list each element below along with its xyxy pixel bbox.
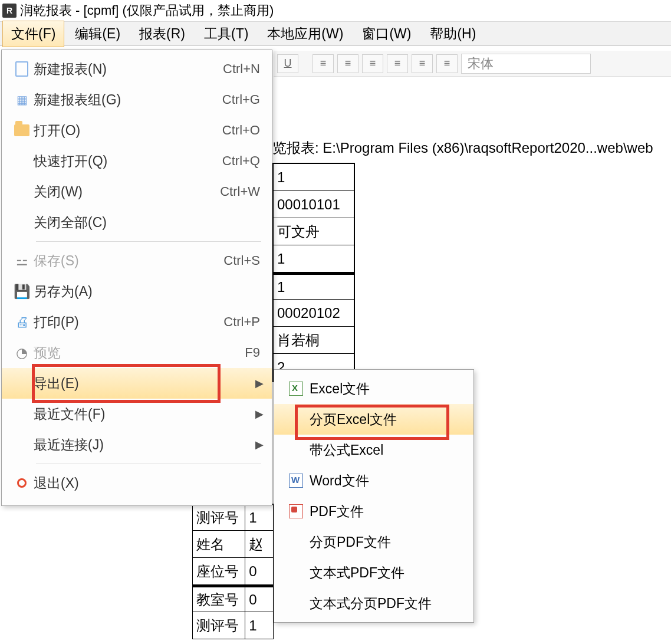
menuitem-close[interactable]: 关闭(W)Ctrl+W [2, 176, 272, 207]
menuitem-label: 预览 [34, 344, 245, 362]
submenu-arrow-icon: ▶ [255, 408, 264, 420]
menuitem-label: 退出(X) [34, 474, 264, 492]
menu-tool[interactable]: 工具(T) [196, 21, 256, 47]
row: 教室号0 [192, 585, 274, 612]
row: 测评号1 [192, 504, 274, 531]
menuitem-recentf[interactable]: 最近文件(F)▶ [2, 399, 272, 429]
menuitem-qopen[interactable]: 快速打开(Q)Ctrl+Q [2, 146, 272, 176]
excel-icon [282, 382, 310, 396]
menuitem-label: 快速打开(Q) [34, 152, 222, 170]
group-icon: ▦ [10, 93, 34, 107]
format-toolbar: U ≡ ≡ ≡ ≡ ≡ ≡ 宋体 [274, 51, 671, 77]
font-select[interactable]: 宋体 [461, 54, 591, 74]
submenuitem-fexcel[interactable]: 带公式Excel [274, 435, 473, 465]
submenuitem-pdf[interactable]: PDF文件 [274, 496, 473, 527]
chart-icon: ⚍ [10, 253, 34, 269]
shortcut: Ctrl+W [220, 184, 264, 199]
submenuitem-label: 文本式分页PDF文件 [310, 594, 432, 613]
row: 座位号0 [192, 558, 274, 585]
menuitem-saveas[interactable]: 💾另存为(A) [2, 276, 272, 307]
menuitem-export[interactable]: 导出(E)▶ [2, 368, 272, 399]
menuitem-label: 打印(P) [34, 313, 223, 331]
cell: 00010101 [274, 191, 354, 218]
cell: 1 [274, 245, 354, 272]
window-title: 润乾报表 - [cpmf] (仅限产品试用，禁止商用) [20, 2, 274, 19]
menu-local[interactable]: 本地应用(W) [259, 21, 351, 47]
cell-value: 0 [245, 558, 273, 584]
menuitem-preview: ◔预览F9 [2, 337, 272, 368]
align-right-button[interactable]: ≡ [362, 54, 383, 73]
cell: 1 [274, 272, 354, 300]
menuitem-label: 保存(S) [34, 252, 223, 270]
menuitem-newgroup[interactable]: ▦新建报表组(G)Ctrl+G [2, 84, 272, 115]
submenuitem-word[interactable]: Word文件 [274, 465, 473, 496]
menuitem-exit[interactable]: 退出(X) [2, 468, 272, 498]
newfile-icon [10, 61, 34, 77]
underline-button[interactable]: U [277, 54, 298, 73]
cell: 1 [274, 164, 354, 191]
align-bottom-button[interactable]: ≡ [436, 54, 458, 73]
menuitem-label: 新建报表组(G) [34, 91, 222, 109]
menu-file[interactable]: 文件(F) [2, 21, 64, 47]
submenuitem-label: Word文件 [310, 472, 369, 490]
pdf-icon [282, 504, 310, 518]
submenuitem-excel[interactable]: Excel文件 [274, 373, 473, 404]
shortcut: Ctrl+Q [222, 153, 264, 169]
menu-report[interactable]: 报表(R) [131, 21, 193, 47]
submenuitem-label: 带公式Excel [310, 441, 383, 459]
align-middle-button[interactable]: ≡ [412, 54, 433, 73]
menuitem-label: 新建报表(N) [34, 60, 223, 78]
exit-icon [10, 478, 34, 488]
preview-table-lower: 测评号1姓名赵座位号0教室号0测评号1 [192, 504, 274, 639]
cell-label: 教室号 [193, 587, 245, 612]
cell-label: 测评号 [193, 612, 245, 639]
preview-path: 览报表: E:\Program Files (x86)\raqsoftRepor… [272, 139, 653, 157]
menuitem-new[interactable]: 新建报表(N)Ctrl+N [2, 54, 272, 84]
submenu-arrow-icon: ▶ [255, 438, 264, 451]
shortcut: Ctrl+S [223, 253, 264, 268]
cell-value: 1 [245, 612, 273, 639]
menuitem-label: 最近文件(F) [34, 405, 255, 423]
align-top-button[interactable]: ≡ [387, 54, 408, 73]
submenuitem-label: 分页Excel文件 [310, 410, 397, 429]
menuitem-label: 另存为(A) [34, 282, 264, 301]
menu-help[interactable]: 帮助(H) [422, 21, 484, 47]
saveas-icon: 💾 [10, 284, 34, 300]
menuitem-label: 关闭(W) [34, 183, 220, 201]
shortcut: Ctrl+N [223, 61, 264, 77]
shortcut: F9 [245, 345, 264, 360]
align-left-button[interactable]: ≡ [313, 54, 334, 73]
cell: 肖若桐 [274, 327, 354, 354]
word-icon [282, 474, 310, 488]
menuitem-save: ⚍保存(S)Ctrl+S [2, 245, 272, 276]
row: 姓名赵 [192, 531, 274, 558]
preview-table: 100010101可文舟1100020102肖若桐2 [272, 163, 355, 382]
shortcut: Ctrl+G [222, 92, 264, 107]
menuitem-recentc[interactable]: 最近连接(J)▶ [2, 429, 272, 460]
menuitem-print[interactable]: 🖨打印(P)Ctrl+P [2, 307, 272, 337]
align-center-button[interactable]: ≡ [337, 54, 358, 73]
shortcut: Ctrl+O [222, 123, 264, 138]
menuitem-label: 最近连接(J) [34, 436, 255, 454]
menuitem-open[interactable]: 打开(O)Ctrl+O [2, 115, 272, 146]
submenuitem-tppdf[interactable]: 文本式分页PDF文件 [274, 588, 473, 619]
separator [36, 464, 261, 464]
submenuitem-tpdf[interactable]: 文本式PDF文件 [274, 557, 473, 588]
cell: 可文舟 [274, 218, 354, 245]
menu-bar: 文件(F) 编辑(E) 报表(R) 工具(T) 本地应用(W) 窗口(W) 帮助… [0, 21, 671, 46]
cell-value: 赵 [245, 531, 273, 557]
menuitem-label: 打开(O) [34, 121, 222, 140]
menuitem-label: 导出(E) [34, 374, 255, 393]
file-menu-dropdown: 新建报表(N)Ctrl+N▦新建报表组(G)Ctrl+G打开(O)Ctrl+O快… [1, 50, 272, 506]
menuitem-closeall[interactable]: 关闭全部(C) [2, 207, 272, 238]
separator [36, 241, 261, 242]
submenu-arrow-icon: ▶ [255, 377, 264, 390]
submenuitem-label: 文本式PDF文件 [310, 564, 404, 582]
open-icon [10, 124, 34, 136]
submenuitem-pexcel[interactable]: 分页Excel文件 [274, 404, 473, 435]
submenuitem-label: Excel文件 [310, 380, 370, 398]
menu-edit[interactable]: 编辑(E) [67, 21, 129, 47]
paint-icon: ◔ [10, 345, 34, 361]
submenuitem-ppdf[interactable]: 分页PDF文件 [274, 527, 473, 557]
menu-window[interactable]: 窗口(W) [354, 21, 419, 47]
